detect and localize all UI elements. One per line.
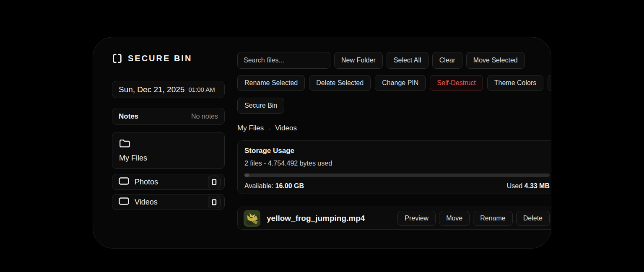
clipped-toolbar-button[interactable]: I	[548, 75, 551, 91]
storage-available: Avaiiable: 16.00 GB	[244, 182, 304, 190]
notes-label: Notes	[119, 112, 138, 121]
clear-button[interactable]: Clear	[432, 52, 462, 69]
toolbar-divider	[237, 120, 551, 120]
rename-button[interactable]: Rename	[473, 211, 512, 226]
storage-title: Storage Usage	[244, 147, 549, 155]
notes-card[interactable]: Notes No notes	[112, 108, 225, 125]
storage-footer: Avaiiable: 16.00 GB Used 4.33 MB	[244, 182, 550, 190]
select-all-button[interactable]: Select All	[387, 52, 428, 69]
toolbar-row-3: Secure Bin	[237, 98, 284, 114]
preview-button[interactable]: Preview	[397, 211, 436, 226]
new-folder-button[interactable]: New Folder	[334, 52, 383, 69]
sidebar-item-photos[interactable]: Photos	[112, 174, 225, 190]
sidebar-item-label: My Files	[119, 154, 218, 163]
move-selected-button[interactable]: Move Selected	[466, 52, 525, 69]
sidebar-item-label: Photos	[135, 178, 203, 187]
theme-colors-button[interactable]: Theme Colors	[487, 75, 543, 91]
file-actions: Preview Move Rename Delete	[397, 211, 550, 226]
video-thumbnail	[244, 210, 260, 227]
time-text: 01:00 AM	[188, 86, 215, 93]
change-pin-button[interactable]: Change PIN	[375, 75, 426, 91]
desktop-background: SECURE BIN Sun, Dec 21, 2025 01:00 AM No…	[0, 0, 644, 272]
date-text: Sun, Dec 21, 2025	[119, 85, 184, 94]
breadcrumb-separator: ·	[268, 125, 270, 132]
app-title: SECURE BIN	[128, 54, 192, 63]
file-name: yellow_frog_jumping.mp4	[267, 214, 391, 223]
storage-progress-bar	[244, 174, 550, 177]
datetime-pill: Sun, Dec 21, 2025 01:00 AM	[112, 81, 225, 98]
storage-progress-fill	[244, 174, 249, 177]
toolbar-row-2: Rename Selected Delete Selected Change P…	[237, 75, 551, 91]
notes-status: No notes	[191, 113, 218, 120]
album-icon	[119, 197, 129, 207]
breadcrumb-my-files[interactable]: My Files	[237, 124, 264, 132]
breadcrumb-videos[interactable]: Videos	[275, 124, 297, 132]
folder-action-button[interactable]	[208, 196, 221, 208]
app-logo: SECURE BIN	[112, 53, 192, 64]
search-input[interactable]	[237, 52, 330, 69]
delete-button[interactable]: Delete	[516, 211, 550, 226]
secure-bin-button[interactable]: Secure Bin	[237, 98, 284, 114]
sidebar-item-label: Videos	[135, 198, 203, 207]
sidebar-item-my-files[interactable]: My Files	[112, 132, 225, 169]
rename-selected-button[interactable]: Rename Selected	[237, 75, 305, 91]
scan-frame-icon	[112, 53, 122, 64]
secure-bin-window: SECURE BIN Sun, Dec 21, 2025 01:00 AM No…	[93, 37, 551, 249]
folder-action-button[interactable]	[208, 176, 221, 188]
self-destruct-button[interactable]: Self-Destruct	[430, 75, 483, 91]
folder-icon	[119, 138, 218, 150]
storage-summary: 2 files - 4.754.492 bytes used	[244, 160, 549, 167]
move-button[interactable]: Move	[439, 211, 470, 226]
sidebar-item-videos[interactable]: Videos	[112, 194, 225, 210]
storage-usage-panel: Storage Usage 2 files - 4.754.492 bytes …	[237, 140, 551, 194]
breadcrumb: My Files · Videos	[237, 124, 297, 132]
album-icon	[119, 177, 129, 187]
file-list-item[interactable]: yellow_frog_jumping.mp4 Preview Move Ren…	[237, 207, 551, 230]
toolbar-row-1: New Folder Select All Clear Move Selecte…	[237, 52, 525, 69]
delete-selected-button[interactable]: Delete Selected	[309, 75, 371, 91]
storage-used: Used 4.33 MB	[507, 182, 550, 190]
